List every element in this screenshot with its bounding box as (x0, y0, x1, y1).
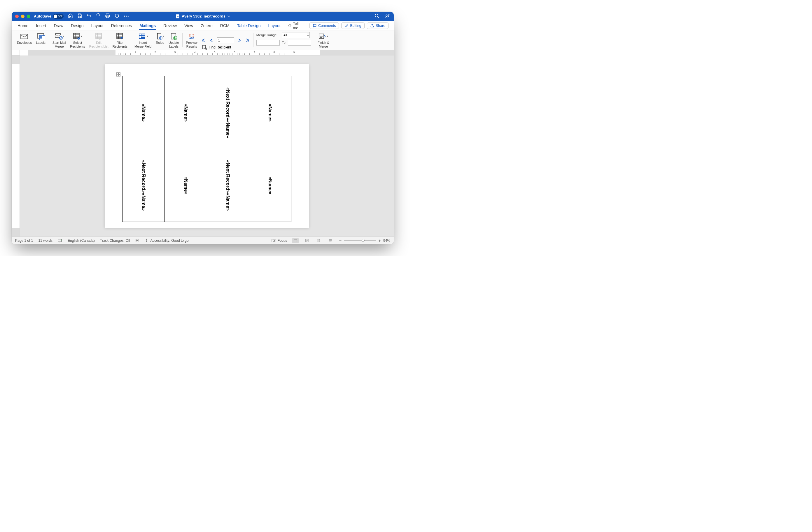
prev-record-button[interactable] (208, 37, 214, 43)
table-anchor-icon[interactable]: ✥ (116, 72, 120, 76)
focus-mode-button[interactable]: Focus (272, 239, 287, 243)
label-cell[interactable]: «Name» (122, 76, 165, 149)
vertical-ruler[interactable] (12, 55, 20, 237)
traffic-minimize[interactable] (21, 15, 25, 18)
label-cell[interactable]: «Next Record»«Name» (207, 149, 249, 222)
envelopes-button[interactable]: Envelopes (16, 32, 32, 45)
tab-rcm[interactable]: RCM (220, 22, 230, 30)
first-record-button[interactable] (200, 37, 206, 43)
save-icon[interactable] (77, 13, 82, 19)
web-layout-view[interactable] (304, 238, 310, 243)
svg-point-3 (115, 14, 119, 17)
merge-range-select[interactable] (282, 32, 310, 38)
document-canvas[interactable]: ✥ «Name» «Name» «Next Record»«Name» «Nam… (20, 55, 394, 237)
tab-view[interactable]: View (184, 22, 194, 30)
page: ✥ «Name» «Name» «Next Record»«Name» «Nam… (105, 64, 309, 228)
tell-me-search[interactable]: Tell me (288, 21, 303, 30)
home-icon[interactable] (68, 13, 73, 19)
redo-icon[interactable] (96, 13, 101, 19)
document-workspace: ✥ «Name» «Name» «Next Record»«Name» «Nam… (12, 55, 394, 237)
svg-rect-38 (272, 239, 276, 242)
filter-recipients-button[interactable]: FilterRecipients (112, 32, 128, 48)
zoom-in-button[interactable]: + (378, 238, 381, 243)
comments-button[interactable]: Comments (309, 23, 339, 29)
merge-to-label: To (282, 41, 286, 44)
find-recipient-icon (202, 45, 207, 50)
finish-merge-button[interactable]: ▾Finish &Merge (317, 32, 330, 48)
search-icon[interactable] (375, 13, 379, 19)
insert-merge-field-button[interactable]: ▾InsertMerge Field (134, 32, 152, 48)
ribbon-mailings: Envelopes Labels ▾Start MailMerge ▾Selec… (12, 30, 394, 50)
status-macros[interactable] (135, 239, 140, 243)
select-recipients-button[interactable]: ▾SelectRecipients (69, 32, 85, 48)
update-labels-button[interactable]: UpdateLabels (168, 32, 179, 48)
horizontal-ruler[interactable]: 123456789 (28, 50, 394, 55)
merge-range-label: Merge Range (256, 33, 280, 37)
tab-layout[interactable]: Layout (268, 22, 281, 30)
tab-insert[interactable]: Insert (35, 22, 47, 30)
draft-view[interactable] (327, 238, 334, 243)
svg-rect-24 (142, 36, 145, 37)
svg-text:W: W (177, 15, 179, 17)
svg-rect-4 (176, 14, 179, 18)
svg-point-7 (386, 15, 387, 16)
tab-mailings[interactable]: Mailings (139, 22, 156, 30)
find-recipient-button[interactable]: Find Recipient (209, 45, 231, 50)
label-cell[interactable]: «Name» (249, 76, 291, 149)
label-cell[interactable]: «Next Record»«Name» (207, 76, 249, 149)
tab-zotero[interactable]: Zotero (200, 22, 213, 30)
record-number-input[interactable] (217, 37, 234, 43)
zoom-slider[interactable] (344, 240, 376, 241)
svg-rect-35 (58, 239, 61, 242)
autosave-toggle[interactable]: AutoSave OFF (34, 14, 63, 19)
preview-results-button[interactable]: (())ABC PreviewResults (186, 32, 198, 48)
outline-view[interactable] (316, 238, 322, 243)
merge-to-input[interactable] (288, 40, 311, 45)
next-record-button[interactable] (236, 37, 242, 43)
status-page[interactable]: Page 1 of 1 (15, 239, 33, 243)
svg-rect-22 (142, 34, 145, 35)
touch-mode-icon[interactable] (114, 13, 120, 19)
svg-rect-32 (202, 45, 206, 49)
label-cell[interactable]: «Next Record»«Name» (122, 149, 165, 222)
label-cell[interactable]: «Name» (249, 149, 291, 222)
traffic-zoom[interactable] (27, 15, 30, 18)
more-icon[interactable]: ••• (124, 14, 130, 18)
status-track-changes[interactable]: Track Changes: Off (100, 239, 130, 243)
share-button[interactable]: Share (367, 23, 389, 29)
status-language[interactable]: English (Canada) (68, 239, 95, 243)
merge-from-input[interactable] (256, 40, 280, 45)
status-accessibility[interactable]: Accessibility: Good to go (145, 239, 188, 243)
zoom-level[interactable]: 94% (383, 239, 390, 243)
tab-review[interactable]: Review (163, 22, 177, 30)
svg-point-28 (174, 36, 177, 40)
tab-layout[interactable]: Layout (91, 22, 104, 30)
tab-table-design[interactable]: Table Design (236, 22, 261, 30)
chevron-down-icon (227, 15, 230, 18)
start-mail-merge-button[interactable]: ▾Start MailMerge (52, 32, 67, 48)
tab-design[interactable]: Design (70, 22, 84, 30)
svg-rect-21 (140, 34, 141, 35)
labels-button[interactable]: Labels (35, 32, 46, 45)
tab-home[interactable]: Home (17, 22, 29, 30)
tab-draw[interactable]: Draw (53, 22, 64, 30)
svg-point-8 (388, 14, 389, 15)
last-record-button[interactable] (245, 37, 250, 43)
edit-recipient-list-button: EditRecipient List (89, 32, 109, 48)
traffic-close[interactable] (15, 15, 19, 18)
rules-button[interactable]: ▾Rules (155, 32, 165, 45)
status-words[interactable]: 11 words (38, 239, 53, 243)
editing-mode-button[interactable]: Editing (341, 23, 364, 29)
undo-icon[interactable] (86, 13, 91, 19)
tab-references[interactable]: References (111, 22, 133, 30)
label-cell[interactable]: «Name» (164, 149, 207, 222)
status-spellcheck[interactable] (58, 239, 62, 243)
labels-table[interactable]: «Name» «Name» «Next Record»«Name» «Name»… (122, 76, 291, 222)
print-icon[interactable] (105, 13, 110, 19)
share-people-icon[interactable] (385, 13, 390, 19)
ribbon-tabs: HomeInsertDrawDesignLayoutReferencesMail… (12, 21, 394, 30)
print-layout-view[interactable] (292, 238, 299, 243)
svg-text:ABC: ABC (189, 37, 194, 39)
zoom-out-button[interactable]: − (339, 238, 342, 243)
label-cell[interactable]: «Name» (164, 76, 207, 149)
